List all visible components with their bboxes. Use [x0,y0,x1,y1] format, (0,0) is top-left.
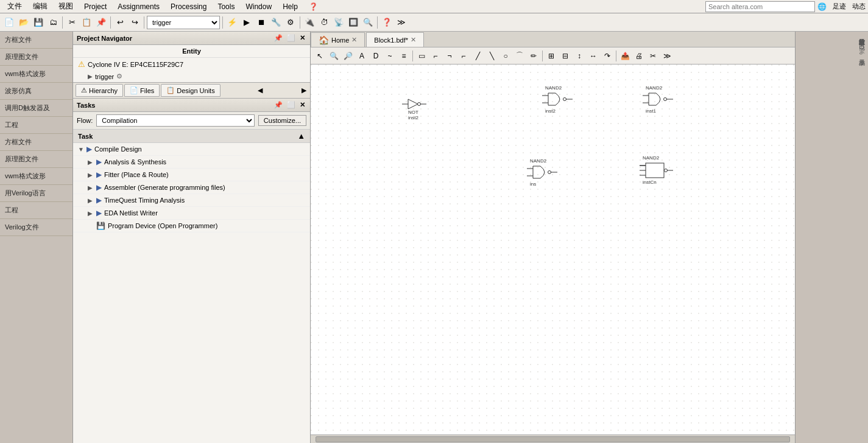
tasks-pin-icon[interactable]: 📌 [273,100,284,110]
tab-design-units[interactable]: 📋 Design Units [161,84,220,97]
text-tool[interactable]: A [355,49,369,63]
save-button[interactable]: 💾 [32,16,45,29]
canvas-hscroll-thumb[interactable] [316,436,790,442]
menu-item-window[interactable]: Window [241,1,277,12]
task-eda-netlist[interactable]: ▶ ▶ EDA Netlist Writer [73,207,310,220]
flow-dropdown[interactable]: trigger [147,16,220,29]
left-item-1[interactable]: 方框文件 [0,32,72,49]
tab-block1-close[interactable]: ✕ [411,36,416,44]
cut-button[interactable]: ✂ [65,16,79,29]
tasks-close-icon[interactable]: ✕ [298,100,306,110]
settings-button[interactable]: ⚙ [284,16,297,29]
search-input[interactable] [705,1,815,12]
tasks-collapse-icon[interactable]: ▲ [297,131,305,141]
wire-tool[interactable]: ~ [383,49,397,63]
more-tool[interactable]: ≫ [660,49,674,63]
nav-back-arrow[interactable]: ◀ [256,85,264,96]
corner-tool1[interactable]: ⌐ [429,49,442,63]
program-button[interactable]: 🔧 [269,16,283,29]
tab-hierarchy[interactable]: ⚠ Hierarchy [76,84,123,97]
left-item-2[interactable]: 原理图文件 [0,49,72,66]
left-item-6[interactable]: 工程 [0,117,72,134]
ellipse-tool[interactable]: ○ [499,49,512,63]
tab-files[interactable]: 📄 Files [124,84,160,97]
pin-icon[interactable]: 📌 [273,33,284,43]
breadcrumb-dongtai[interactable]: 动态 [852,2,866,11]
help-icon[interactable]: ❓ [304,1,323,12]
trigger-item[interactable]: ▶ trigger ⚙ [73,71,310,82]
bus-tool[interactable]: ≡ [397,49,411,63]
tasks-float-icon[interactable]: ⬜ [286,100,297,110]
menu-item-assignments[interactable]: Assignments [113,1,164,12]
task-timequest[interactable]: ▶ ▶ TimeQuest Timing Analysis [73,194,310,207]
left-item-4[interactable]: 波形仿真 [0,83,72,100]
canvas-hscroll[interactable] [311,434,795,443]
breadcrumb-zuji[interactable]: 足迹 [833,2,846,11]
menu-item-processing[interactable]: Processing [166,1,211,12]
tab-block1[interactable]: Block1.bdf* ✕ [366,32,424,47]
signaltap-button[interactable]: 📡 [332,16,345,29]
print-tool[interactable]: 🖨 [632,49,646,63]
rect-tool[interactable]: ▭ [415,49,428,63]
tab-home[interactable]: 🏠 Home ✕ [311,32,365,47]
task-compile-design[interactable]: ▼ ▶ Compile Design [73,143,310,156]
zoom-in-tool[interactable]: 🔍 [327,49,340,63]
compile-button[interactable]: ⚡ [225,16,239,29]
line-tool2[interactable]: ╲ [485,49,498,63]
left-item-5[interactable]: 调用D触发器及 [0,100,72,117]
stop-button[interactable]: ⏹ [255,16,268,29]
nav-forward-arrow[interactable]: ▶ [300,85,308,96]
menu-item-view[interactable]: 视图 [54,0,78,13]
left-item-12[interactable]: Verilog文件 [0,219,72,236]
menu-item-file[interactable]: 文件 [2,0,27,13]
menu-item-project[interactable]: Project [79,1,111,12]
save-all-button[interactable]: 🗂 [46,16,60,29]
align-tool2[interactable]: ⊟ [559,49,572,63]
left-item-8[interactable]: 原理图文件 [0,151,72,168]
redo-button[interactable]: ↪ [128,16,141,29]
menu-item-tools[interactable]: Tools [213,1,239,12]
open-button[interactable]: 📂 [17,16,30,29]
close-icon[interactable]: ✕ [298,33,306,43]
chip-planner-button[interactable]: 🔲 [347,16,360,29]
corner-tool2[interactable]: ¬ [443,49,456,63]
mirror-tool[interactable]: ↕ [573,49,586,63]
zoom-out-tool[interactable]: 🔎 [341,49,355,63]
menu-item-help[interactable]: Help [278,1,303,12]
float-icon[interactable]: ⬜ [286,33,297,43]
pencil-tool[interactable]: ✏ [527,49,540,63]
copy-button[interactable]: 📋 [80,16,93,29]
line-tool[interactable]: ╱ [471,49,484,63]
timing-button[interactable]: ⏱ [317,16,331,29]
undo-button[interactable]: ↩ [113,16,127,29]
symbol-tool[interactable]: D [369,49,383,63]
start-button[interactable]: ▶ [240,16,253,29]
cut-tool[interactable]: ✂ [646,49,660,63]
task-analysis-synthesis[interactable]: ▶ ▶ Analysis & Synthesis [73,156,310,169]
netlist-button[interactable]: 🔌 [303,16,316,29]
task-program-device[interactable]: 💾 Program Device (Open Programmer) [73,220,310,232]
select-tool[interactable]: ↖ [313,49,326,63]
flow-select[interactable]: Compilation [96,114,255,127]
corner-tool3[interactable]: ⌐ [457,49,470,63]
more-toolbar-button[interactable]: ≫ [395,16,408,29]
canvas-area[interactable]: NOT inst2 NAND2 inst2 [311,65,795,434]
left-item-10[interactable]: 用Verilog语言 [0,185,72,202]
customize-button[interactable]: Customize... [258,115,306,126]
left-item-9[interactable]: vwm格式波形 [0,168,72,185]
left-item-3[interactable]: vwm格式波形 [0,66,72,83]
new-button[interactable]: 📄 [2,16,16,29]
left-item-11[interactable]: 工程 [0,202,72,219]
export-tool[interactable]: 📤 [618,49,632,63]
tab-home-close[interactable]: ✕ [351,36,357,44]
help-toolbar-button[interactable]: ❓ [380,16,393,29]
rtl-viewer-button[interactable]: 🔍 [361,16,375,29]
align-tool1[interactable]: ⊞ [545,49,558,63]
menu-item-edit[interactable]: 编辑 [28,0,52,13]
task-fitter[interactable]: ▶ ▶ Fitter (Place & Route) [73,169,310,181]
task-assembler[interactable]: ▶ ▶ Assembler (Generate programming file… [73,181,310,194]
paste-button[interactable]: 📌 [94,16,108,29]
arc-tool[interactable]: ⌒ [513,49,526,63]
flip-tool[interactable]: ↔ [587,49,600,63]
left-item-7[interactable]: 方框文件 [0,134,72,151]
